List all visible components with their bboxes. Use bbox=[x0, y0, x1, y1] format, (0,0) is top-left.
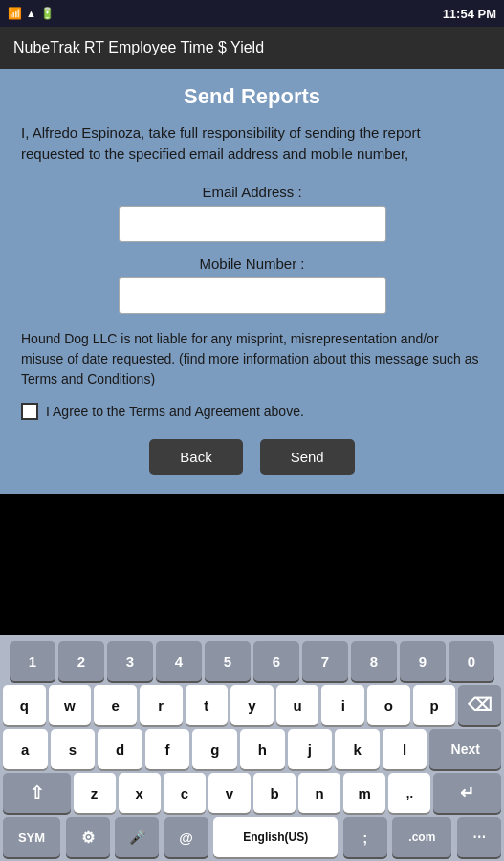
key-0[interactable]: 0 bbox=[449, 641, 494, 681]
mobile-input[interactable] bbox=[119, 277, 386, 314]
key-h[interactable]: h bbox=[240, 729, 285, 769]
battery-icon: 🔋 bbox=[40, 7, 55, 20]
key-f[interactable]: f bbox=[145, 729, 190, 769]
title-bar: NubeTrak RT Employee Time $ Yield bbox=[0, 27, 504, 69]
disclaimer-text: I, Alfredo Espinoza, take full responsib… bbox=[21, 122, 483, 165]
agree-row: I Agree to the Terms and Agreement above… bbox=[21, 403, 483, 420]
email-label: Email Address : bbox=[202, 184, 301, 200]
key-1[interactable]: 1 bbox=[10, 641, 55, 681]
key-return[interactable]: ↵ bbox=[433, 773, 501, 813]
key-l[interactable]: l bbox=[383, 729, 427, 769]
time-display: 11:54 PM bbox=[443, 7, 496, 21]
key-comma-period[interactable]: ,. bbox=[388, 773, 430, 813]
key-m[interactable]: m bbox=[343, 773, 385, 813]
agree-checkbox[interactable] bbox=[21, 403, 38, 420]
key-settings[interactable]: ⚙ bbox=[66, 817, 110, 857]
mobile-form-group: Mobile Number : bbox=[21, 255, 483, 314]
kb-qwerty-row: q w e r t y u i o p ⌫ bbox=[3, 685, 501, 725]
status-time: 11:54 PM bbox=[443, 7, 496, 21]
signal-icon: ▲ bbox=[26, 8, 36, 19]
key-s[interactable]: s bbox=[51, 729, 96, 769]
button-row: Back Send bbox=[21, 439, 483, 475]
phone-icon: 📶 bbox=[8, 7, 22, 20]
status-icons-left: 📶 ▲ 🔋 bbox=[8, 7, 55, 20]
main-content: Send Reports I, Alfredo Espinoza, take f… bbox=[0, 69, 504, 494]
key-k[interactable]: k bbox=[335, 729, 380, 769]
keyboard: 1 2 3 4 5 6 7 8 9 0 q w e r t y u i o p … bbox=[0, 635, 504, 861]
key-o[interactable]: o bbox=[367, 685, 410, 725]
email-input[interactable] bbox=[119, 206, 386, 242]
key-semicolon[interactable]: ; bbox=[343, 817, 387, 857]
key-4[interactable]: 4 bbox=[156, 641, 202, 681]
key-7[interactable]: 7 bbox=[302, 641, 348, 681]
key-d[interactable]: d bbox=[98, 729, 142, 769]
key-p[interactable]: p bbox=[413, 685, 456, 725]
key-9[interactable]: 9 bbox=[400, 641, 446, 681]
key-b[interactable]: b bbox=[253, 773, 296, 813]
key-g[interactable]: g bbox=[192, 729, 237, 769]
key-e[interactable]: e bbox=[94, 685, 137, 725]
key-w[interactable]: w bbox=[49, 685, 92, 725]
back-button[interactable]: Back bbox=[149, 439, 242, 475]
status-bar: 📶 ▲ 🔋 11:54 PM bbox=[0, 0, 504, 27]
key-r[interactable]: r bbox=[140, 685, 183, 725]
key-next[interactable]: Next bbox=[429, 729, 501, 769]
key-mic[interactable]: 🎤 bbox=[115, 817, 159, 857]
key-j[interactable]: j bbox=[288, 729, 333, 769]
key-shift[interactable]: ⇧ bbox=[3, 773, 71, 813]
key-sym[interactable]: SYM bbox=[3, 817, 60, 857]
kb-bottom-row: SYM ⚙ 🎤 @ English(US) ; .com ⋯ bbox=[3, 817, 501, 857]
key-at[interactable]: @ bbox=[164, 817, 208, 857]
key-x[interactable]: x bbox=[119, 773, 161, 813]
page-title: Send Reports bbox=[21, 84, 483, 109]
key-dotcom[interactable]: .com bbox=[392, 817, 451, 857]
key-u[interactable]: u bbox=[276, 685, 319, 725]
agree-label: I Agree to the Terms and Agreement above… bbox=[46, 404, 304, 419]
app-title: NubeTrak RT Employee Time $ Yield bbox=[13, 39, 264, 56]
key-q[interactable]: q bbox=[3, 685, 46, 725]
key-8[interactable]: 8 bbox=[351, 641, 397, 681]
key-i[interactable]: i bbox=[321, 685, 364, 725]
key-5[interactable]: 5 bbox=[205, 641, 251, 681]
key-n[interactable]: n bbox=[298, 773, 340, 813]
kb-number-row: 1 2 3 4 5 6 7 8 9 0 bbox=[3, 641, 501, 681]
key-y[interactable]: y bbox=[230, 685, 274, 725]
kb-zxcv-row: ⇧ z x c v b n m ,. ↵ bbox=[3, 773, 501, 813]
key-v[interactable]: v bbox=[208, 773, 251, 813]
send-button[interactable]: Send bbox=[260, 439, 355, 475]
mobile-label: Mobile Number : bbox=[199, 255, 304, 272]
liability-text: Hound Dog LLC is not liable for any misp… bbox=[21, 329, 483, 389]
key-2[interactable]: 2 bbox=[58, 641, 104, 681]
key-c[interactable]: c bbox=[164, 773, 206, 813]
key-delete[interactable]: ⌫ bbox=[458, 685, 501, 725]
key-language[interactable]: English(US) bbox=[213, 817, 338, 857]
key-options[interactable]: ⋯ bbox=[457, 817, 501, 857]
kb-asdf-row: a s d f g h j k l Next bbox=[3, 729, 501, 769]
key-a[interactable]: a bbox=[3, 729, 48, 769]
key-z[interactable]: z bbox=[74, 773, 116, 813]
key-t[interactable]: t bbox=[186, 685, 229, 725]
email-form-group: Email Address : bbox=[21, 184, 483, 242]
key-6[interactable]: 6 bbox=[253, 641, 299, 681]
key-3[interactable]: 3 bbox=[107, 641, 153, 681]
